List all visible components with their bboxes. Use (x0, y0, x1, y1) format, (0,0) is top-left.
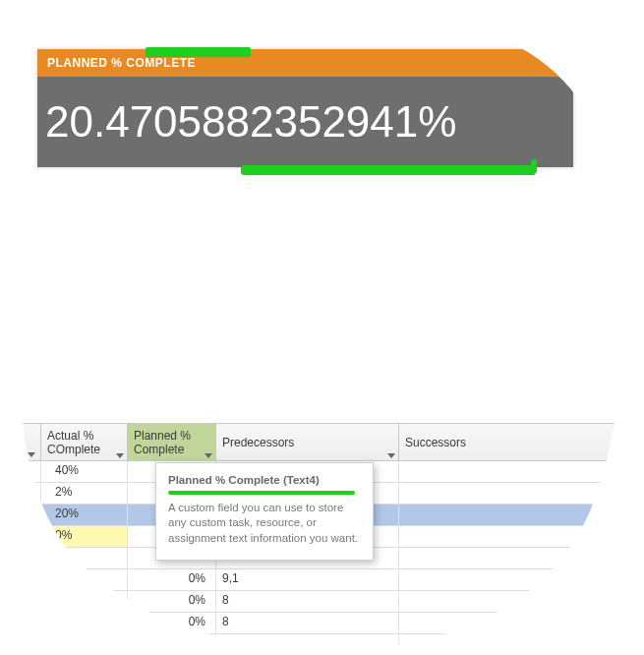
cell-actual[interactable] (41, 634, 128, 655)
dropdown-icon (205, 453, 212, 458)
table-row[interactable]: 0% 8 (20, 591, 624, 613)
tooltip-title: Planned % Complete (168, 474, 280, 486)
tooltip-field-id: (Text4) (283, 474, 320, 486)
column-header-planned-complete[interactable]: Planned % Complete (128, 424, 216, 460)
column-label: Predecessors (222, 437, 392, 450)
cell-actual[interactable] (41, 548, 128, 568)
dropdown-icon (116, 453, 124, 458)
kpi-value: 20.4705882352941% (45, 97, 456, 147)
cell-predecessors[interactable]: 9,1 (216, 569, 399, 590)
cell-actual[interactable]: 2% (41, 483, 128, 504)
cell-predecessors[interactable]: 8 (216, 591, 399, 612)
cell-successors[interactable] (399, 505, 624, 525)
cell-successors[interactable] (399, 591, 624, 612)
cell-actual[interactable]: 20% (41, 505, 128, 525)
dropdown-icon (28, 452, 35, 457)
cell-predecessors[interactable]: 8 (216, 613, 399, 633)
tooltip-body: A custom field you can use to store any … (168, 501, 361, 547)
cell-planned[interactable]: 0% (128, 634, 216, 655)
annotation-marker (146, 47, 251, 57)
column-label: Successors (405, 437, 618, 450)
table-row[interactable]: 0% 8 (20, 613, 624, 634)
column-header-actual-complete[interactable]: Actual % COmplete (41, 424, 128, 460)
cell-actual[interactable] (41, 591, 128, 612)
grid-header-row: Actual % COmplete Planned % Complete Pre… (20, 424, 624, 461)
row-selector-handle[interactable] (14, 503, 26, 526)
table-row[interactable]: 0% 9 (20, 634, 624, 655)
cell-successors[interactable] (399, 461, 624, 482)
kpi-planned-percent-card: PLANNED % COMPLETE 20.4705882352941% (37, 49, 573, 167)
column-tooltip: Planned % Complete (Text4) A custom fiel… (155, 462, 374, 561)
column-header-successors[interactable]: Successors (399, 424, 624, 460)
kpi-header-label: PLANNED % COMPLETE (47, 56, 196, 70)
kpi-body: 20.4705882352941% (37, 77, 573, 167)
cell-planned[interactable]: 0% (128, 613, 216, 633)
column-label: Planned % Complete (134, 430, 209, 457)
cell-actual[interactable]: 0% (41, 526, 128, 547)
cell-successors[interactable] (399, 613, 624, 633)
cell-successors[interactable] (399, 483, 624, 504)
table-row[interactable]: 0% 9,1 (20, 569, 624, 591)
annotation-marker (241, 165, 536, 175)
cell-successors[interactable] (399, 548, 624, 568)
column-header-expand[interactable] (20, 424, 41, 460)
cell-predecessors[interactable]: 9 (216, 634, 399, 655)
cell-actual[interactable]: 40% (41, 461, 128, 482)
cell-planned[interactable]: 0% (128, 569, 216, 590)
cell-successors[interactable] (399, 634, 624, 655)
cell-actual[interactable] (41, 613, 128, 633)
cell-actual[interactable] (41, 569, 128, 590)
column-label: Actual % COmplete (47, 430, 121, 457)
dropdown-icon (387, 453, 395, 458)
column-header-predecessors[interactable]: Predecessors (216, 424, 399, 460)
cell-successors[interactable] (399, 526, 624, 547)
cell-successors[interactable] (399, 569, 624, 590)
annotation-marker (168, 491, 355, 495)
cell-planned[interactable]: 0% (128, 591, 216, 612)
kpi-header: PLANNED % COMPLETE (37, 49, 573, 77)
